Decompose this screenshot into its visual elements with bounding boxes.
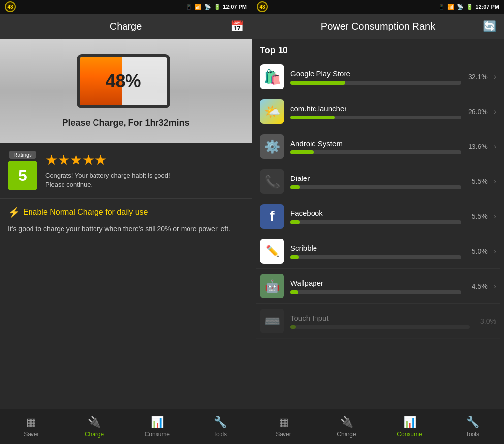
app-info-facebook: Facebook [290,209,461,224]
app-info-gplay: Google Play Store [290,69,461,85]
consume-label-right: Consume [397,431,422,438]
ratings-section: Ratings 5 ★★★★★ Congrats! Your battery c… [0,143,252,199]
app-percent-scribble: 5.0% [467,247,488,255]
app-fill-partial [290,325,296,329]
advice-title: ⚡ Enable Normal Charge for daily use [8,207,244,218]
app-item-gplay[interactable]: 🛍️ Google Play Store 32.1% › [256,59,500,94]
fb-icon: f [260,204,284,229]
app-percent-android: 13.6% [467,143,488,150]
status-bar-left: 48 📱 📶 📡 🔋 12:07 PM [0,0,252,14]
rating-badge-container: Ratings 5 [8,151,37,190]
status-right-left: 📱 📶 📡 🔋 12:07 PM [186,4,247,10]
nav-saver-left[interactable]: ▦ Saver [0,409,63,444]
nav-charge-left[interactable]: 🔌 Charge [63,409,126,444]
app-item-wallpaper[interactable]: 🤖 Wallpaper 4.5% › [256,269,500,304]
status-bar-right: 48 📱 📶 📡 🔋 12:07 PM [252,0,504,14]
app-item-partial: ⌨️ Touch Input 3.0% [256,304,500,339]
app-item-scribble[interactable]: ✏️ Scribble 5.0% › [256,234,500,269]
left-header-title: Charge [110,21,142,32]
app-name-android: Android System [290,139,461,148]
app-name-htc: com.htc.launcher [290,104,461,113]
app-fill-scribble [290,255,299,259]
app-list: 🛍️ Google Play Store 32.1% › 🌤️ com.htc.… [252,59,504,409]
chevron-facebook: › [494,212,496,221]
app-info-android: Android System [290,139,461,154]
status-left: 48 [5,1,16,12]
app-fill-android [290,150,314,154]
partial-icon: ⌨️ [260,309,284,333]
rating-label: Ratings [9,151,35,159]
app-bar-gplay [290,81,461,85]
charge-icon-left: 🔌 [88,416,101,429]
app-fill-dialer [290,185,300,189]
htc-icon: 🌤️ [260,99,284,124]
nav-charge-right[interactable]: 🔌 Charge [315,409,378,444]
chevron-dialer: › [494,177,496,186]
advice-title-text: Enable Normal Charge for daily use [23,208,148,217]
tools-icon-right: 🔧 [466,416,479,429]
battery-outer: 48% [77,54,170,108]
left-header: Charge 📅 [0,14,252,39]
app-info-scribble: Scribble [290,244,461,259]
battery-icon-right: 🔋 [466,4,473,10]
app-bar-wallpaper [290,290,461,294]
charge-message: Please Charge, For 1hr32mins [62,118,189,128]
calendar-icon[interactable]: 📅 [230,20,244,33]
app-percent-partial: 3.0% [475,317,496,325]
battery-badge-left: 48 [5,1,16,12]
app-bar-partial [290,325,470,329]
app-item-facebook[interactable]: f Facebook 5.5% › [256,199,500,234]
signal-icon: 📡 [204,4,211,10]
star-rating: ★★★★★ [45,152,170,168]
app-item-htc[interactable]: 🌤️ com.htc.launcher 26.0% › [256,94,500,129]
consume-icon-left: 📊 [151,416,164,429]
chevron-android: › [494,142,496,151]
left-bottom-nav: ▦ Saver 🔌 Charge 📊 Consume 🔧 Tools [0,409,252,444]
scribble-icon: ✏️ [260,239,284,264]
chevron-scribble: › [494,247,496,256]
app-name-wallpaper: Wallpaper [290,279,461,287]
saver-icon-right: ▦ [279,416,289,429]
wallpaper-icon: 🤖 [260,274,284,298]
battery-icon-left: 🔋 [214,4,220,10]
left-panel: 48 📱 📶 📡 🔋 12:07 PM Charge 📅 48% Please … [0,0,252,444]
app-name-gplay: Google Play Store [290,69,461,78]
battery-terminal [167,72,170,96]
charge-label-left: Charge [85,431,104,438]
app-item-dialer[interactable]: 📞 Dialer 5.5% › [256,164,500,199]
tools-icon-left: 🔧 [214,416,227,429]
app-info-dialer: Dialer [290,174,461,189]
phone-icon-right: 📱 [438,4,445,10]
consume-label-left: Consume [145,431,170,438]
app-bar-htc [290,116,461,119]
rating-text: Congrats! Your battery charge habit is g… [45,171,170,189]
nav-saver-right[interactable]: ▦ Saver [252,409,315,444]
app-fill-gplay [290,81,345,85]
top10-label: Top 10 [252,39,504,59]
app-name-facebook: Facebook [290,209,461,217]
nav-consume-right[interactable]: 📊 Consume [378,409,441,444]
app-item-android[interactable]: ⚙️ Android System 13.6% › [256,129,500,164]
lightning-icon: ⚡ [8,207,20,218]
app-percent-htc: 26.0% [467,108,488,116]
consume-icon-right: 📊 [403,416,416,429]
status-right-right: 📱 📶 📡 🔋 12:07 PM [438,4,499,10]
phone-icon: 📱 [186,4,192,10]
status-left-right: 48 [257,1,268,12]
tools-label-right: Tools [466,431,479,438]
app-bar-dialer [290,185,461,189]
app-bar-facebook [290,220,461,224]
app-percent-gplay: 32.1% [467,73,488,81]
saver-label-right: Saver [276,431,291,438]
refresh-icon[interactable]: 🔄 [483,20,496,33]
nav-consume-left[interactable]: 📊 Consume [126,409,189,444]
app-percent-dialer: 5.5% [467,178,488,185]
nav-tools-left[interactable]: 🔧 Tools [189,409,252,444]
app-percent-facebook: 5.5% [467,212,488,220]
signal-icon-right: 📡 [457,4,464,10]
time-left: 12:07 PM [223,4,247,10]
chevron-gplay: › [494,72,496,81]
app-fill-wallpaper [290,290,298,294]
nav-tools-right[interactable]: 🔧 Tools [441,409,504,444]
charge-icon-right: 🔌 [340,416,353,429]
